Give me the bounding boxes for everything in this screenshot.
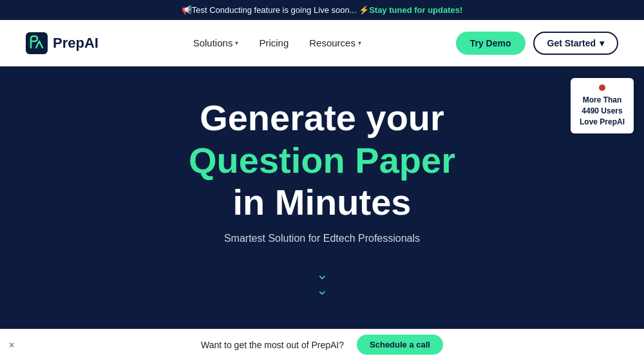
get-started-button[interactable]: Get Started ▾ — [533, 32, 618, 55]
hero-title-line3: in Minutes — [233, 182, 412, 222]
chevron-down-icon: ▾ — [600, 38, 604, 48]
chevron-down-icon: ⌄ — [316, 283, 328, 297]
scroll-chevrons: ⌄ ⌄ — [316, 268, 328, 297]
hero-title-line1: Generate your — [200, 98, 444, 138]
main-nav: Solutions ▾ Pricing Resources ▾ — [193, 37, 361, 48]
chevron-down-icon: ⌄ — [316, 268, 328, 282]
svg-rect-0 — [26, 32, 48, 54]
bottom-banner-text: Want to get the most out of PrepAI? — [201, 340, 344, 350]
chevron-down-icon: ▾ — [358, 39, 361, 46]
nav-solutions-label: Solutions — [193, 37, 233, 48]
logo[interactable]: PrepAI — [26, 32, 99, 54]
announcement-text: 📢Test Conducting feature is going Live s… — [182, 5, 359, 15]
users-card-line3: Love PrepAI — [580, 117, 625, 126]
nav-actions: Try Demo Get Started ▾ — [456, 32, 618, 55]
schedule-call-button[interactable]: Schedule a call — [357, 335, 443, 355]
nav-pricing[interactable]: Pricing — [259, 37, 289, 48]
users-card-line2: 4490 Users — [582, 106, 622, 115]
nav-pricing-label: Pricing — [259, 37, 289, 48]
header: PrepAI Solutions ▾ Pricing Resources ▾ T… — [0, 20, 644, 66]
nav-solutions[interactable]: Solutions ▾ — [193, 37, 239, 48]
hero-title-line2: Question Paper — [189, 141, 455, 181]
hero-subtitle: Smartest Solution for Edtech Professiona… — [224, 233, 420, 244]
logo-text: PrepAI — [53, 35, 99, 52]
users-card: More Than 4490 Users Love PrepAI — [571, 78, 634, 133]
announcement-highlight: ⚡Stay tuned for updates! — [359, 5, 462, 15]
try-demo-button[interactable]: Try Demo — [456, 32, 526, 55]
users-card-line1: More Than — [583, 95, 622, 104]
hero-section: More Than 4490 Users Love PrepAI Generat… — [0, 66, 644, 329]
nav-resources[interactable]: Resources ▾ — [309, 37, 361, 48]
get-started-label: Get Started — [547, 38, 596, 48]
nav-resources-label: Resources — [309, 37, 355, 48]
banner-close-button[interactable]: × — [9, 340, 14, 350]
bottom-banner: × Want to get the most out of PrepAI? Sc… — [0, 329, 644, 360]
chevron-down-icon: ▾ — [235, 39, 238, 46]
logo-icon — [26, 32, 48, 54]
announcement-bar: 📢Test Conducting feature is going Live s… — [0, 0, 644, 20]
